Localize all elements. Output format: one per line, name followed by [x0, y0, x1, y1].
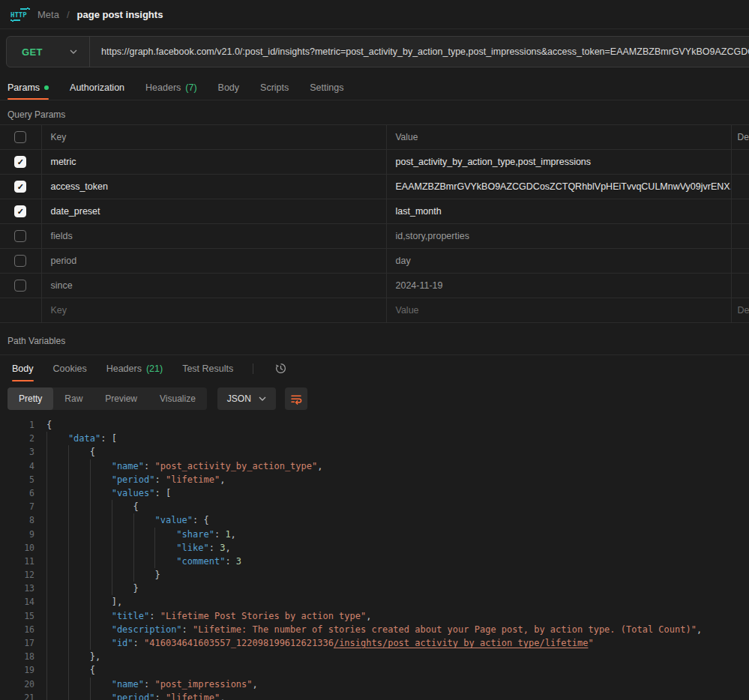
param-description-cell[interactable]: [731, 150, 749, 175]
indent-guide: [90, 678, 112, 691]
breadcrumb-current[interactable]: page post insights: [77, 9, 163, 20]
code-line-content: "id": "416034641603557_12209819961262133…: [46, 636, 594, 650]
view-mode-raw[interactable]: Raw: [53, 387, 94, 410]
tab-label: Cookies: [53, 363, 87, 374]
code-line: 14],: [0, 595, 749, 609]
tab-cookies[interactable]: Cookies: [53, 355, 87, 381]
param-checkbox[interactable]: [14, 230, 26, 242]
history-button[interactable]: [273, 360, 289, 376]
param-description-cell[interactable]: [731, 249, 749, 274]
wrap-text-button[interactable]: [285, 387, 307, 410]
param-description-cell[interactable]: [731, 175, 749, 199]
tab-headers[interactable]: Headers(21): [106, 355, 163, 381]
code-token: ,: [317, 461, 322, 471]
indent-guide: [68, 459, 90, 473]
param-description-cell[interactable]: [731, 199, 749, 224]
view-mode-preview[interactable]: Preview: [94, 387, 148, 410]
param-checkbox[interactable]: ✓: [14, 205, 26, 217]
code-token: "period": [112, 474, 155, 485]
code-line-content: "comment": 3: [46, 555, 241, 568]
tab-body[interactable]: Body: [218, 75, 240, 100]
param-key-cell[interactable]: period: [41, 249, 386, 274]
param-key-cell[interactable]: since: [41, 274, 386, 298]
param-key-placeholder[interactable]: Key: [41, 298, 386, 323]
line-number: 13: [0, 582, 34, 595]
view-mode-visualize[interactable]: Visualize: [148, 387, 207, 410]
code-line-content: {: [46, 445, 95, 459]
code-token: "description": [112, 624, 182, 635]
indent-guide: [112, 528, 133, 541]
param-row: fieldsid,story,properties: [0, 224, 749, 249]
param-description-cell[interactable]: [731, 274, 749, 298]
code-line: 1{: [0, 418, 749, 432]
param-key-cell[interactable]: fields: [41, 224, 386, 249]
insights-link[interactable]: /insights/post_activity_by_action_type/l…: [334, 638, 589, 648]
indent-guide: [90, 528, 112, 541]
tab-label: Body: [12, 363, 34, 374]
code-token: : [: [154, 488, 171, 498]
params-rows: ✓metricpost_activity_by_action_type,post…: [0, 150, 749, 323]
param-checkbox[interactable]: ✓: [14, 156, 26, 168]
method-select[interactable]: GET: [7, 46, 89, 58]
code-token: "lifetime": [166, 693, 220, 700]
code-line: 8"value": {: [0, 513, 749, 527]
code-line-content: {: [46, 418, 52, 432]
param-checkbox-cell: [0, 298, 41, 323]
code-token: ,: [220, 474, 225, 485]
param-value-cell[interactable]: 2024-11-19: [386, 274, 731, 298]
tab-settings[interactable]: Settings: [310, 75, 343, 100]
indent-guide: [90, 473, 112, 486]
url-input[interactable]: [90, 46, 749, 57]
code-token: "comment": [176, 556, 225, 567]
indent-guide: [46, 541, 68, 555]
param-value-cell[interactable]: last_month: [386, 199, 731, 224]
line-number: 16: [0, 623, 34, 636]
code-token: "lifetime": [166, 474, 220, 485]
code-token: "value": [154, 515, 193, 525]
code-line: 2"data": [: [0, 432, 749, 445]
tab-params[interactable]: Params: [7, 75, 49, 100]
breadcrumb-parent[interactable]: Meta: [37, 9, 59, 20]
param-value-cell[interactable]: EAAMZBZBmrGVYkBO9AZCGDCosZCTQRhblVpHEiTv…: [386, 175, 731, 199]
indent-guide: [68, 555, 90, 568]
tab-test-results[interactable]: Test Results: [182, 355, 233, 381]
line-number: 14: [0, 595, 34, 609]
param-value-cell[interactable]: id,story,properties: [386, 224, 731, 249]
tab-authorization[interactable]: Authorization: [70, 75, 124, 100]
param-key-cell[interactable]: date_preset: [41, 199, 386, 224]
param-value-cell[interactable]: day: [386, 249, 731, 274]
indent-guide: [90, 595, 112, 609]
param-key-cell[interactable]: access_token: [41, 175, 386, 199]
indent-guide: [68, 678, 90, 691]
code-token: ,: [697, 624, 702, 635]
param-description-placeholder[interactable]: Description: [731, 298, 749, 323]
param-key-cell[interactable]: metric: [41, 150, 386, 175]
response-body-editor[interactable]: 1{2"data": [3{4"name": "post_activity_by…: [0, 415, 749, 700]
indent-guide: [90, 459, 112, 473]
line-number: 9: [0, 528, 34, 541]
tab-body[interactable]: Body: [12, 355, 34, 381]
code-token: {: [90, 665, 95, 675]
language-select[interactable]: JSON: [217, 387, 276, 410]
param-row: periodday: [0, 249, 749, 274]
view-mode-pretty[interactable]: Pretty: [7, 387, 53, 410]
code-token: :: [209, 543, 220, 553]
param-value-placeholder[interactable]: Value: [386, 298, 731, 323]
code-token: 1: [225, 529, 230, 540]
code-token: "name": [112, 679, 144, 690]
line-number: 20: [0, 678, 34, 691]
tab-headers[interactable]: Headers(7): [145, 75, 197, 100]
param-checkbox[interactable]: [14, 255, 26, 267]
indent-guide: [46, 432, 68, 445]
param-checkbox[interactable]: ✓: [14, 181, 26, 193]
code-token: "title": [112, 611, 150, 621]
select-all-checkbox[interactable]: [14, 131, 26, 143]
param-description-cell[interactable]: [731, 224, 749, 249]
tab-scripts[interactable]: Scripts: [260, 75, 289, 100]
code-token: :: [182, 624, 193, 635]
indent-guide: [154, 541, 176, 555]
param-checkbox[interactable]: [14, 280, 26, 292]
param-value-cell[interactable]: post_activity_by_action_type,post_impres…: [386, 150, 731, 175]
indent-guide: [68, 582, 90, 595]
indent-guide: [90, 636, 112, 650]
